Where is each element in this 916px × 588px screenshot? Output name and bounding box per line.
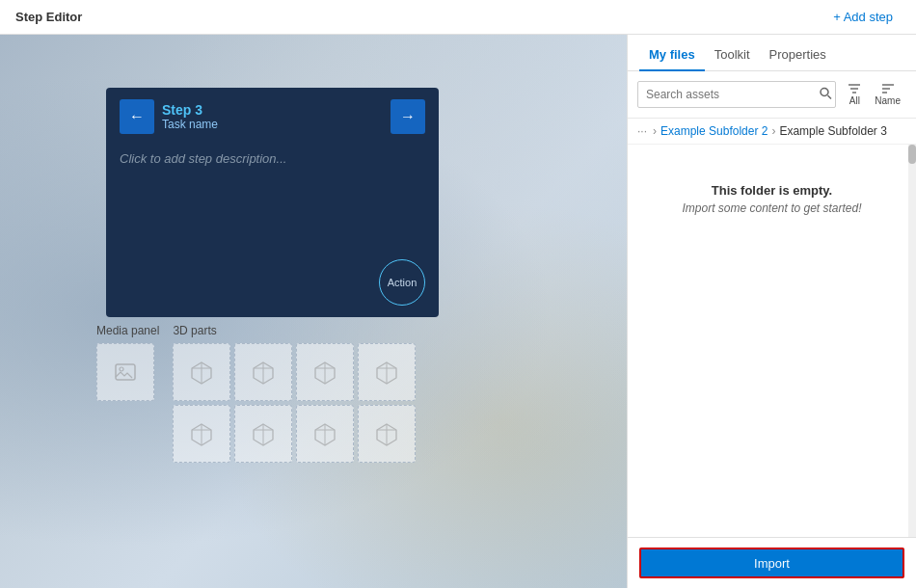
sort-icon bbox=[881, 83, 895, 94]
3d-parts-section: 3D parts bbox=[173, 324, 416, 463]
empty-state: This folder is empty. Import some conten… bbox=[628, 145, 916, 234]
bottom-bar: Import bbox=[628, 537, 916, 588]
empty-subtitle: Import some content to get started! bbox=[682, 201, 861, 215]
filter-icon bbox=[848, 83, 861, 94]
search-icon-button[interactable] bbox=[819, 87, 832, 103]
tab-properties[interactable]: Properties bbox=[760, 40, 836, 71]
image-icon bbox=[112, 359, 139, 386]
media-panel-grid bbox=[96, 343, 159, 401]
step-description: Click to add step description... bbox=[120, 151, 286, 166]
3d-icon bbox=[311, 359, 338, 386]
action-button[interactable]: Action bbox=[379, 259, 425, 306]
step-card: ← Step 3 Task name → Click to add step d… bbox=[106, 88, 439, 317]
media-panel-section: Media panel bbox=[96, 324, 159, 463]
3d-icon bbox=[311, 420, 338, 447]
3d-part-cell-5[interactable] bbox=[173, 405, 230, 463]
prev-step-button[interactable]: ← bbox=[120, 99, 154, 134]
step-number-label: Step 3 bbox=[162, 102, 383, 118]
tabs-bar: My files Toolkit Properties bbox=[628, 35, 916, 71]
step-task-label: Task name bbox=[162, 118, 383, 131]
search-input[interactable] bbox=[637, 81, 836, 108]
import-button[interactable]: Import bbox=[639, 548, 904, 578]
3d-icon bbox=[250, 359, 277, 386]
3d-parts-label: 3D parts bbox=[173, 324, 416, 337]
3d-part-cell-8[interactable] bbox=[358, 405, 416, 463]
search-row: All Name bbox=[628, 71, 916, 119]
3d-part-cell-6[interactable] bbox=[234, 405, 292, 463]
filter-label: All bbox=[849, 95, 860, 106]
scroll-track bbox=[908, 145, 916, 537]
3d-part-cell-3[interactable] bbox=[296, 343, 354, 401]
3d-part-cell-7[interactable] bbox=[296, 405, 354, 463]
3d-icon bbox=[373, 359, 400, 386]
3d-part-cell-2[interactable] bbox=[234, 343, 292, 401]
media-panel-label: Media panel bbox=[96, 324, 159, 337]
add-step-button[interactable]: + Add step bbox=[825, 6, 901, 28]
svg-point-1 bbox=[120, 367, 123, 371]
3d-icon bbox=[188, 359, 215, 386]
breadcrumb-dots[interactable]: ··· bbox=[637, 124, 647, 138]
3d-part-cell-4[interactable] bbox=[358, 343, 416, 401]
file-list: This folder is empty. Import some conten… bbox=[628, 145, 916, 537]
next-arrow-icon: → bbox=[400, 108, 416, 125]
right-panel: My files Toolkit Properties All Name bbox=[627, 35, 916, 588]
3d-icon bbox=[373, 420, 400, 447]
step-info: Step 3 Task name bbox=[162, 102, 383, 131]
breadcrumb-sep-1: › bbox=[653, 124, 657, 138]
3d-icon bbox=[250, 420, 277, 447]
scroll-thumb[interactable] bbox=[908, 145, 916, 164]
media-panel-cell[interactable] bbox=[96, 343, 154, 401]
svg-line-27 bbox=[828, 95, 832, 99]
tab-toolkit[interactable]: Toolkit bbox=[705, 40, 760, 71]
header: Step Editor + Add step bbox=[0, 0, 916, 35]
next-step-button[interactable]: → bbox=[391, 99, 425, 134]
main-layout: ← Step 3 Task name → Click to add step d… bbox=[0, 35, 916, 588]
3d-icon bbox=[188, 420, 215, 447]
breadcrumb: ··· › Example Subfolder 2 › Example Subf… bbox=[628, 119, 916, 145]
breadcrumb-sep-2: › bbox=[771, 124, 775, 138]
canvas-area: ← Step 3 Task name → Click to add step d… bbox=[0, 35, 627, 588]
sort-label: Name bbox=[875, 95, 901, 106]
action-btn-wrap: Action bbox=[106, 259, 439, 317]
page-title: Step Editor bbox=[15, 10, 82, 24]
filter-button[interactable]: All bbox=[842, 79, 867, 110]
sort-button[interactable]: Name bbox=[869, 79, 906, 110]
toolbar-buttons: All Name bbox=[842, 79, 906, 110]
3d-parts-grid bbox=[173, 343, 416, 463]
step-card-header: ← Step 3 Task name → bbox=[106, 88, 439, 144]
search-wrap bbox=[637, 81, 836, 108]
breadcrumb-item2: Example Subfolder 3 bbox=[779, 124, 886, 138]
tab-my-files[interactable]: My files bbox=[639, 40, 705, 71]
3d-part-cell-1[interactable] bbox=[173, 343, 230, 401]
panels-row: Media panel 3D parts bbox=[96, 324, 416, 463]
search-icon bbox=[819, 87, 832, 100]
svg-point-26 bbox=[821, 89, 828, 96]
empty-title: This folder is empty. bbox=[712, 183, 832, 198]
breadcrumb-item1[interactable]: Example Subfolder 2 bbox=[660, 124, 768, 138]
step-card-body[interactable]: Click to add step description... bbox=[106, 144, 439, 259]
prev-arrow-icon: ← bbox=[129, 108, 145, 125]
